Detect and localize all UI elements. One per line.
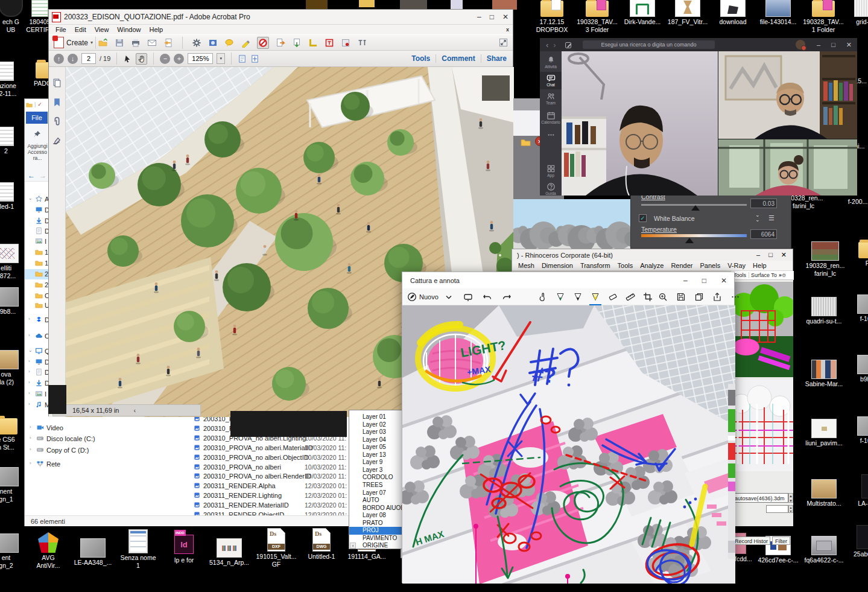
expander-icon[interactable]: › [30,460,31,466]
snip-titlebar[interactable]: Cattura e annota – □ ✕ [402,272,734,288]
video-tile-participant-1[interactable] [562,51,718,196]
desktop-icon-dirk-vande[interactable]: Dirk-Vande... [619,0,665,26]
menu-render[interactable]: Render [667,261,696,270]
desktop-icon-grid-p[interactable]: grid-p... [844,0,868,26]
layer-item-auto[interactable]: AUTO [349,497,402,504]
expander-icon[interactable]: › [28,358,30,364]
expander-icon[interactable]: › [28,380,30,385]
file-row-200311-render-alpha[interactable]: 200311_RENDER.Alpha12/03/2020 01: [192,482,350,491]
redo-icon[interactable] [500,290,513,304]
close-button[interactable]: ✕ [841,41,857,49]
minimize-button[interactable]: – [756,251,760,259]
forward-icon[interactable]: › [553,40,556,49]
pen-black-icon[interactable] [571,290,584,304]
layer-item-proj[interactable]: PROJ [349,527,402,534]
scrollbar-arrows[interactable]: ▲▼ [788,493,793,503]
open-icon[interactable] [98,38,108,48]
sidebar-item-app[interactable]: App [540,164,562,178]
zoom-in-button[interactable]: + [174,54,184,64]
desktop-icon-191015-valt[interactable]: DsDXF191015_Valt...GF [253,524,299,568]
avatar[interactable] [796,40,805,49]
desktop-icon-25ab0[interactable]: 25ab0... [842,521,868,558]
tab-filter[interactable]: Filter [772,536,790,545]
close-button[interactable]: ✕ [714,276,734,285]
menu-window[interactable]: Window [113,25,145,34]
eraser-icon[interactable] [606,290,619,304]
file-row-200310-prova-no-alberi-materialid[interactable]: 200310_PROVA_no alberi.MaterialID10/03/2… [192,444,350,453]
expander-icon[interactable]: › [30,447,31,452]
highlighter-icon[interactable] [589,290,602,304]
layer-item-prato[interactable]: PRATO [349,520,402,527]
desktop-icon-f-200[interactable]: f-200... [835,198,868,206]
menu-mesh[interactable]: Mesh [515,261,538,270]
desktop-icon-f-100[interactable]: f-100... [847,286,868,323]
expander-icon[interactable]: › [28,390,30,396]
save-icon[interactable] [674,290,688,304]
create-button[interactable]: Create ▾ [54,37,93,48]
desktop-icon-p[interactable]: P... [847,231,868,267]
file-row-200310-prova-no-alberi-objectid[interactable]: 200310_PROVA_no alberi.ObjectID10/03/202… [192,453,350,462]
previous-page-button[interactable]: ↑ [54,54,64,64]
menu-view[interactable]: View [90,25,113,34]
desktop-icon-download[interactable]: download [710,0,756,26]
sidebar-item-dots[interactable] [540,130,562,139]
desktop-icon-ip-e-for[interactable]: IdINDDIp e for [161,527,207,564]
menu-icon[interactable]: ☰ [768,214,775,222]
copy-icon[interactable] [692,290,706,304]
desktop-icon-426cd7ee-c[interactable]: 426cd7ee-c-... [755,527,801,564]
annotated-capture[interactable]: LIGHT? +MAX #? H MAX [402,305,735,584]
layer-item-layer-08[interactable]: Layer 08 [349,512,402,519]
contrast-slider-handle[interactable] [691,205,700,211]
menu-help[interactable]: Help [145,25,167,34]
sidebar-item-calendario[interactable]: Calendario [540,111,562,125]
sidebar-item-team[interactable]: Team [540,92,562,106]
layer-item-layer-03[interactable]: Layer 03 [349,428,402,436]
pages-panel-icon[interactable] [52,78,62,88]
page-number-input[interactable]: 2 [81,53,96,64]
gear-icon[interactable]: ⚙ [782,273,786,278]
desktop-icon-17-12-15[interactable]: 17.12.15DROPBOX [529,0,575,34]
menu-dimension[interactable]: Dimension [538,261,577,270]
maximize-button[interactable]: □ [768,251,773,259]
expand-toolbar-icon[interactable] [499,38,508,47]
menu-tools[interactable]: Tools [614,261,637,270]
desktop-icon-190328-tav[interactable]: 190328_TAV...3 Folder [574,0,620,34]
magnifier-icon[interactable] [656,290,670,304]
save-icon[interactable] [115,38,124,48]
back-button[interactable]: ← [28,171,35,180]
print-icon[interactable] [131,38,141,48]
layer-item-layer-07[interactable]: Layer 07 [349,489,402,497]
select-tool-icon[interactable] [123,54,132,63]
link-icon[interactable] [341,38,350,48]
single-page-icon[interactable] [250,54,259,63]
menu-file[interactable]: File [51,25,71,34]
sidebar-item-chat[interactable]: Chat [540,72,562,89]
layer-item-partial[interactable]: ORIGINE [349,542,402,549]
video-tile-participant-3[interactable] [718,139,857,196]
bookmarks-panel-icon[interactable] [52,97,62,107]
layer-item-layer-13[interactable]: Layer 13 [349,451,402,459]
email-icon[interactable] [147,38,157,48]
measure-icon[interactable] [308,38,318,48]
hand-tool-icon[interactable] [136,53,147,65]
sidebar-item-attivit[interactable]: Attività [540,56,562,69]
comment-icon[interactable] [224,38,234,48]
desktop-icon-190328-tav[interactable]: 190328_TAV...1 Folder [800,0,846,34]
new-snip-button[interactable]: Nuovo [407,292,439,302]
pin-to-quick-access-label[interactable]: Aggiungi Accesso ra... [25,143,50,161]
gear-icon[interactable] [192,38,201,48]
layer-item-layer-04[interactable]: Layer 04 [349,436,402,444]
snapshot-icon[interactable] [208,38,218,48]
tools-button[interactable]: Tools [411,54,430,63]
forward-button[interactable]: → [39,171,46,180]
folder-icon[interactable] [521,137,531,147]
desktop-icon-187-fv-vitr[interactable]: 187_FV_Vitr... [665,0,711,26]
maximize-button[interactable]: □ [695,276,714,285]
desktop-icon-le-aa348[interactable]: LE-AA348_... [70,530,116,567]
desktop-icon-fq6a4622-c[interactable]: fq6a4622-c-... [801,527,847,564]
maximize-button[interactable]: □ [486,13,498,21]
minimize-button[interactable]: – [811,41,826,48]
close-toolbar-icon[interactable]: x [506,27,509,33]
finger-icon[interactable] [536,290,550,304]
layer-item-layer-3[interactable]: Layer 3 [349,466,402,474]
